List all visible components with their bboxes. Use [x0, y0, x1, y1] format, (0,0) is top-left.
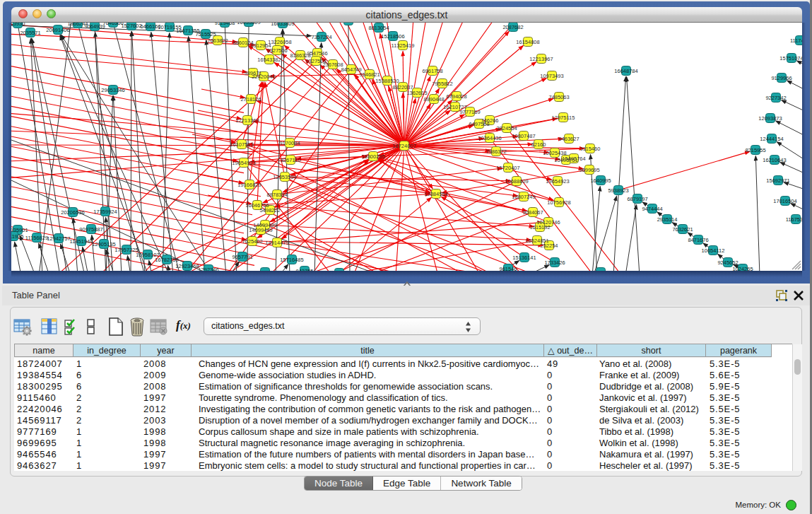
- svg-text:8454749: 8454749: [341, 66, 361, 73]
- svg-text:90975887: 90975887: [79, 226, 102, 233]
- svg-text:12093873: 12093873: [758, 115, 782, 122]
- svg-text:16210643: 16210643: [763, 157, 786, 163]
- svg-text:7646366: 7646366: [102, 23, 123, 26]
- svg-text:252254: 252254: [540, 243, 558, 249]
- svg-text:15495764: 15495764: [562, 156, 585, 162]
- svg-text:961546: 961546: [499, 266, 517, 271]
- svg-text:15720407: 15720407: [496, 165, 519, 171]
- svg-text:10688609: 10688609: [505, 178, 528, 185]
- svg-text:8215955: 8215955: [745, 147, 765, 153]
- svg-text:7663822: 7663822: [207, 37, 228, 44]
- svg-text:29053346: 29053346: [101, 87, 124, 93]
- svg-text:7485063: 7485063: [548, 94, 569, 100]
- svg-text:13930: 13930: [11, 23, 25, 27]
- svg-text:2718126: 2718126: [240, 96, 261, 103]
- svg-text:9777169: 9777169: [459, 109, 480, 115]
- svg-text:9115460: 9115460: [580, 146, 601, 152]
- svg-text:17359924: 17359924: [93, 209, 117, 215]
- svg-text:9657791: 9657791: [232, 254, 252, 260]
- svg-text:1362615: 1362615: [406, 90, 427, 96]
- svg-text:12905135: 12905135: [92, 241, 115, 247]
- svg-text:1640995: 1640995: [590, 177, 611, 184]
- svg-text:12975115: 12975115: [552, 115, 575, 121]
- svg-text:9170084: 9170084: [279, 140, 300, 146]
- svg-text:6879197: 6879197: [627, 196, 647, 202]
- svg-text:20691406: 20691406: [46, 27, 69, 33]
- svg-text:15388520: 15388520: [375, 78, 399, 84]
- svg-text:16033809: 16033809: [271, 23, 294, 27]
- svg-text:9547546: 9547546: [307, 50, 327, 57]
- svg-text:16033809: 16033809: [237, 23, 260, 25]
- svg-text:20364436: 20364436: [478, 135, 501, 141]
- svg-text:8878334: 8878334: [266, 192, 287, 198]
- svg-text:16107513: 16107513: [230, 141, 253, 148]
- svg-text:10973493: 10973493: [540, 73, 563, 79]
- svg-text:17957225: 17957225: [114, 247, 138, 253]
- svg-text:7357224: 7357224: [311, 34, 331, 40]
- svg-text:8471676: 8471676: [688, 237, 708, 243]
- svg-text:15692971: 15692971: [766, 177, 789, 184]
- svg-text:19166829: 19166829: [237, 182, 261, 188]
- svg-text:6961758: 6961758: [422, 68, 442, 74]
- svg-text:2087682: 2087682: [502, 24, 523, 30]
- svg-text:16543382: 16543382: [257, 57, 281, 63]
- svg-text:14914479: 14914479: [265, 240, 288, 246]
- svg-text:17016504: 17016504: [773, 198, 796, 204]
- svg-text:9119468: 9119468: [215, 23, 235, 26]
- svg-text:3911935: 3911935: [11, 233, 23, 240]
- svg-text:10807487: 10807487: [512, 133, 535, 139]
- svg-text:1935901: 1935901: [11, 227, 28, 233]
- svg-text:2035571: 2035571: [20, 30, 40, 36]
- svg-text:12213369: 12213369: [235, 117, 259, 124]
- svg-text:10654112: 10654112: [702, 247, 725, 254]
- svg-text:20206536: 20206536: [61, 209, 84, 216]
- svg-text:9699695: 9699695: [579, 167, 599, 173]
- svg-text:8990448: 8990448: [423, 96, 444, 103]
- svg-text:16782759: 16782759: [155, 257, 178, 263]
- svg-text:9463627: 9463627: [558, 136, 579, 142]
- svg-text:22420046: 22420046: [252, 74, 275, 80]
- svg-text:1527602: 1527602: [121, 23, 141, 29]
- svg-text:1117433: 1117433: [790, 37, 802, 44]
- svg-text:13226058: 13226058: [268, 39, 291, 45]
- svg-text:19654923: 19654923: [546, 178, 569, 185]
- svg-text:9064939: 9064939: [84, 23, 105, 30]
- svg-text:9474444: 9474444: [642, 206, 662, 212]
- svg-text:1167533: 1167533: [786, 216, 802, 223]
- svg-text:3824554: 3824554: [496, 125, 517, 132]
- svg-text:2935114: 2935114: [657, 216, 678, 223]
- svg-text:14099489: 14099489: [249, 227, 272, 233]
- svg-text:9146821: 9146821: [359, 71, 379, 78]
- svg-text:1024265: 1024265: [732, 266, 753, 271]
- svg-text:12353594: 12353594: [273, 174, 296, 180]
- svg-text:12444154: 12444154: [760, 136, 783, 142]
- svg-text:9227342: 9227342: [765, 95, 786, 101]
- svg-text:8813054: 8813054: [368, 25, 389, 31]
- svg-text:19654923: 19654923: [232, 160, 255, 166]
- svg-text:12923468: 12923468: [175, 263, 199, 269]
- svg-text:9245652: 9245652: [717, 259, 738, 266]
- svg-text:11156829: 11156829: [25, 235, 48, 241]
- svg-text:7955812: 7955812: [432, 81, 452, 87]
- svg-text:19384554: 19384554: [424, 191, 447, 197]
- svg-text:5938923: 5938923: [608, 187, 628, 194]
- svg-text:9084067: 9084067: [522, 209, 543, 216]
- svg-text:2367608: 2367608: [322, 62, 343, 68]
- svg-text:11325419: 11325419: [392, 42, 415, 49]
- svg-text:12213967: 12213967: [529, 56, 553, 62]
- svg-text:16648784: 16648784: [614, 68, 637, 74]
- svg-text:1733426: 1733426: [544, 259, 565, 266]
- svg-text:1615192: 1615192: [529, 224, 550, 230]
- svg-text:15751074: 15751074: [779, 55, 802, 62]
- svg-text:16154808: 16154808: [516, 39, 539, 45]
- svg-text:62160: 62160: [531, 141, 546, 148]
- svg-text:15218506: 15218506: [381, 33, 404, 40]
- svg-text:7625402: 7625402: [242, 238, 262, 245]
- svg-text:746266: 746266: [481, 117, 498, 124]
- svg-text:7515525: 7515525: [195, 31, 216, 37]
- svg-text:9327506: 9327506: [266, 47, 287, 54]
- svg-text:12942757: 12942757: [47, 235, 70, 242]
- svg-text:15136141: 15136141: [512, 255, 536, 261]
- svg-text:7632621: 7632621: [672, 226, 693, 233]
- svg-text:8813054: 8813054: [338, 23, 358, 24]
